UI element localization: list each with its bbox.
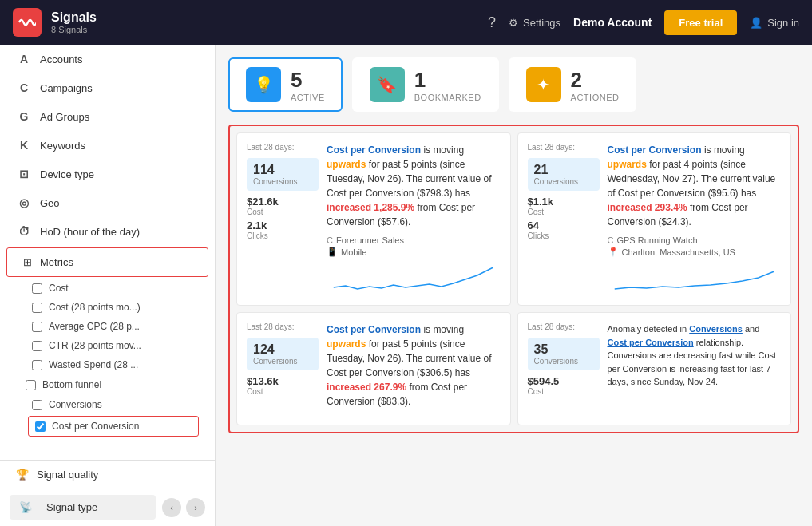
checkbox-cost[interactable]: Cost (0, 279, 215, 298)
sidebar-item-geo[interactable]: ◎ Geo (0, 188, 215, 217)
signal-stats-1: Last 28 days: 114 Conversions $21.6k Cos… (247, 143, 319, 295)
signal-stats-4: Last 28 days: 35 Conversions $594.5 Cost (528, 322, 600, 415)
stat-conversions-4: 35 (534, 342, 593, 357)
adgroups-label: Ad Groups (40, 111, 89, 123)
chart-svg-2 (608, 263, 782, 295)
days-label-3: Last 28 days: (247, 322, 319, 331)
sidebar-item-accounts[interactable]: A Accounts (0, 45, 215, 73)
chart-1 (327, 263, 501, 295)
sidebar-item-campaigns[interactable]: C Campaigns (0, 73, 215, 102)
devicetype-icon: ⊡ (16, 168, 32, 180)
collapse-right-button[interactable]: › (186, 498, 205, 517)
signal-metric-link-1[interactable]: Cost per Conversion (327, 144, 421, 156)
bookmarked-tab-icon: 🔖 (370, 67, 405, 102)
signal-increase-1: increased 1,285.9% (327, 202, 414, 213)
device-icon-1: 📱 (327, 247, 338, 257)
signal-type-item[interactable]: 📡 Signal type (10, 495, 156, 520)
cost-per-conversion-label: Cost per Conversion (52, 421, 139, 432)
anomaly-conversions-link[interactable]: Conversions (689, 324, 743, 334)
ctr-label: CTR (28 points mov... (49, 340, 141, 351)
signal-metric-link-3[interactable]: Cost per Conversion (327, 324, 421, 335)
sidebar-item-hod[interactable]: ⏱ HoD (hour of the day) (0, 217, 215, 246)
signal-text1-3: is moving (423, 324, 464, 335)
app-subtitle: 8 Signals (51, 25, 97, 34)
campaign-name-1: Forerunner Sales (336, 235, 404, 245)
sidebar-item-devicetype[interactable]: ⊡ Device type (0, 160, 215, 188)
stat-cost-label-2: Cost (528, 208, 600, 216)
checkbox-conversions[interactable]: Conversions (0, 395, 215, 414)
signal-stats-3: Last 28 days: 124 Conversions $13.6k Cos… (247, 322, 319, 415)
cost-checkbox[interactable] (32, 283, 42, 294)
days-label-2: Last 28 days: (528, 143, 600, 152)
help-icon[interactable]: ? (488, 14, 496, 31)
cost28-checkbox[interactable] (32, 303, 42, 313)
signal-metric-link-2[interactable]: Cost per Conversion (608, 144, 702, 156)
signals-logo (13, 8, 42, 37)
demo-account-label: Demo Account (573, 16, 652, 29)
stat-cost-label-1: Cost (247, 208, 319, 216)
signal-content-1: Cost per Conversion is moving upwards fo… (327, 143, 501, 295)
settings-icon: ⚙ (509, 17, 518, 29)
cost-label: Cost (49, 283, 69, 294)
keywords-icon: K (16, 139, 32, 152)
tab-actioned[interactable]: ✦ 2 Actioned (509, 57, 637, 112)
stat-cost-4: $594.5 (528, 375, 600, 387)
collapse-left-button[interactable]: ‹ (162, 498, 181, 517)
checkbox-cost28[interactable]: Cost (28 points mo...) (0, 298, 215, 317)
bookmarked-tab-info: 1 Bookmarked (414, 68, 481, 102)
geo-label: Geo (40, 197, 60, 209)
tabs-row: 💡 5 Active 🔖 1 Bookmarked ✦ 2 Actioned (228, 57, 799, 112)
campaign-name-2: GPS Running Watch (616, 235, 697, 245)
stat-cost-1: $21.6k (247, 196, 319, 208)
bottom-funnel-label: Bottom funnel (42, 379, 101, 390)
signal-type-label: Signal type (46, 501, 97, 513)
wastedspend-checkbox[interactable] (32, 360, 42, 370)
hod-label: HoD (hour of the day) (40, 226, 140, 238)
active-tab-info: 5 Active (291, 68, 325, 102)
conversions-checkbox[interactable] (32, 400, 42, 410)
app-title: Signals (51, 10, 97, 25)
hod-icon: ⏱ (16, 225, 32, 238)
actioned-tab-icon: ✦ (526, 67, 561, 102)
checkbox-avgcpc[interactable]: Average CPC (28 p... (0, 317, 215, 336)
checkbox-ctr[interactable]: CTR (28 points mov... (0, 336, 215, 355)
metrics-icon: ⊞ (23, 256, 32, 268)
campaigns-icon: C (16, 81, 32, 94)
devicetype-label: Device type (40, 168, 94, 180)
ctr-checkbox[interactable] (32, 341, 42, 351)
tab-active[interactable]: 💡 5 Active (228, 57, 343, 112)
sidebar-item-metrics[interactable]: ⊞ Metrics (6, 247, 208, 277)
settings-button[interactable]: ⚙ Settings (509, 17, 560, 29)
signin-button[interactable]: 👤 Sign in (750, 17, 799, 29)
sidebar-item-keywords[interactable]: K Keywords (0, 131, 215, 160)
signal-quality-label: Signal quality (37, 469, 98, 481)
checkbox-cost-per-conversion[interactable]: Cost per Conversion (28, 416, 199, 437)
bottom-funnel-section[interactable]: Bottom funnel (0, 374, 215, 395)
signal-content-4: Anomaly detected in Conversions and Cost… (608, 322, 782, 415)
wastedspend-label: Wasted Spend (28 ... (49, 359, 138, 370)
signal-content-2: Cost per Conversion is moving upwards fo… (608, 143, 782, 295)
bottom-funnel-checkbox[interactable] (26, 380, 36, 390)
tab-bookmarked[interactable]: 🔖 1 Bookmarked (352, 57, 499, 112)
anomaly-cpc-link[interactable]: Cost per Conversion (608, 338, 694, 347)
cost-per-conversion-checkbox[interactable] (35, 421, 46, 432)
signal-device-row-1: 📱 Mobile (327, 247, 501, 257)
actioned-count: 2 (571, 68, 620, 93)
header-left: Signals 8 Signals (13, 8, 97, 37)
stat-cost-label-4: Cost (528, 387, 600, 396)
main-layout: A Accounts C Campaigns G Ad Groups K Key… (0, 45, 812, 526)
free-trial-button[interactable]: Free trial (664, 10, 737, 35)
avgcpc-checkbox[interactable] (32, 322, 42, 332)
sidebar-item-adgroups[interactable]: G Ad Groups (0, 102, 215, 131)
signal-stats-2: Last 28 days: 21 Conversions $1.1k Cost … (528, 143, 600, 295)
accounts-icon: A (16, 53, 32, 65)
keywords-label: Keywords (40, 140, 85, 152)
avgcpc-label: Average CPC (28 p... (49, 321, 140, 332)
stat-conversions-label-4: Conversions (534, 357, 593, 366)
signal-text1-2: is moving (704, 144, 745, 156)
signal-quality-item[interactable]: 🏆 Signal quality (0, 461, 215, 488)
signal-campaign-row-1: C Forerunner Sales (327, 235, 501, 245)
signals-grid: Last 28 days: 114 Conversions $21.6k Cos… (228, 125, 799, 433)
checkbox-wastedspend[interactable]: Wasted Spend (28 ... (0, 355, 215, 374)
signals-logo-icon (18, 14, 36, 31)
